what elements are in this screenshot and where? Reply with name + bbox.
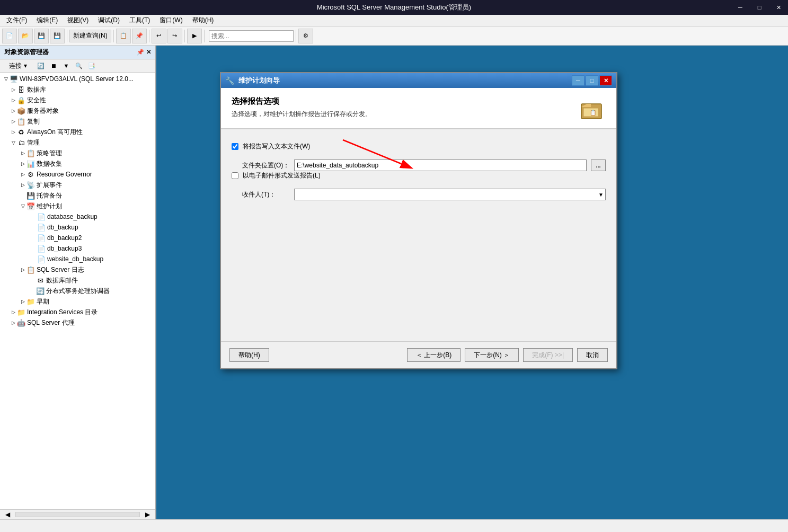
toolbar-copy-btn[interactable]: 📋 [116,29,131,43]
tree-mp-website-db[interactable]: 📄 website_db_backup [0,254,155,264]
tree-server-objects[interactable]: ▷ 📦 服务器对象 [0,105,155,116]
resource-gov-icon: ⚙ [26,170,35,179]
toolbar-new-btn[interactable]: 📄 [2,29,17,43]
tree-db-mail[interactable]: ✉ 数据库邮件 [0,275,155,286]
server-toggle-icon[interactable]: ▽ [2,75,10,83]
tree-integration[interactable]: ▷ 📁 Integration Services 目录 [0,307,155,317]
tree-maintenance-plans[interactable]: ▽ 📅 维护计划 [0,201,155,211]
toolbar-paste-btn[interactable]: 📌 [132,29,147,43]
toolbar-undo-btn[interactable]: ↩ [152,29,166,43]
tree-mp-database-backup[interactable]: 📄 database_backup [0,211,155,222]
sql-log-toggle[interactable]: ▷ [19,266,26,273]
dialog-header-text: 选择报告选项 选择选项，对维护计划操作报告进行保存或分发。 [232,96,371,119]
oe-close-icon[interactable]: ✕ [146,49,151,56]
tree-managed-backup[interactable]: 💾 托管备份 [0,190,155,201]
oe-title: 对象资源管理器 [4,48,49,57]
recipient-row: 收件人(T)： ▼ [242,189,606,200]
dialog-minimize-btn[interactable]: ─ [572,75,585,86]
next-button[interactable]: 下一步(N) ＞ [465,348,519,362]
server-objects-toggle[interactable]: ▷ [10,107,17,114]
maint-plans-toggle[interactable]: ▽ [19,202,26,210]
close-button[interactable]: ✕ [769,0,788,15]
legacy-icon: 📁 [26,297,35,306]
replication-toggle[interactable]: ▷ [10,118,17,125]
sql-agent-toggle[interactable]: ▷ [10,319,17,326]
tree-databases[interactable]: ▷ 🗄 数据库 [0,84,155,95]
tree-resource-governor[interactable]: ▷ ⚙ Resource Governor [0,169,155,180]
recipient-select[interactable] [294,189,606,200]
new-query-button[interactable]: 新建查询(N) [69,30,111,42]
prev-button[interactable]: ＜ 上一步(B) [407,348,461,362]
menu-tools[interactable]: 工具(T) [125,15,154,26]
ext-events-toggle[interactable]: ▷ [19,181,26,189]
datacollect-toggle[interactable]: ▷ [19,160,26,167]
send-email-label[interactable]: 以电子邮件形式发送报告(L) [243,171,321,180]
menu-view[interactable]: 视图(V) [63,15,93,26]
sql-agent-icon: 🤖 [17,318,25,327]
menu-file[interactable]: 文件(F) [2,15,31,26]
tree-server-node[interactable]: ▽ 🖥️ WIN-83FVDG3ALVL (SQL Server 12.0... [0,74,155,84]
toolbar-save-btn[interactable]: 💾 [34,29,49,43]
toolbar-search-input[interactable] [209,30,294,42]
dialog-close-btn[interactable]: ✕ [599,75,612,86]
write-to-file-checkbox[interactable] [232,143,238,150]
oe-collapse-btn[interactable]: 📑 [86,60,98,71]
security-icon: 🔒 [17,96,25,104]
mp-db-toggle [30,224,37,231]
tree-mp-db-backup[interactable]: 📄 db_backup [0,222,155,233]
security-toggle[interactable]: ▷ [10,96,17,104]
scroll-right-btn[interactable]: ▶ [141,511,154,518]
menu-help[interactable]: 帮助(H) [188,15,218,26]
browse-button[interactable]: ... [591,159,606,171]
main-layout: 对象资源管理器 📌 ✕ 连接 ▾ 🔄 ⏹ ▼ 🔍 📑 ▽ 🖥️ WIN-83FV… [0,46,788,519]
tree-datacollect[interactable]: ▷ 📊 数据收集 [0,158,155,169]
integration-toggle[interactable]: ▷ [10,308,17,316]
databases-toggle[interactable]: ▷ [10,86,17,93]
toolbar-saveall-btn[interactable]: 💾 [50,29,65,43]
management-toggle[interactable]: ▽ [10,139,17,146]
tree-extended-events[interactable]: ▷ 📡 扩展事件 [0,180,155,190]
write-to-file-label[interactable]: 将报告写入文本文件(W) [243,142,310,151]
tree-security[interactable]: ▷ 🔒 安全性 [0,95,155,105]
tree-mp-db-backup2[interactable]: 📄 db_backup2 [0,233,155,243]
tree-sql-log[interactable]: ▷ 📋 SQL Server 日志 [0,264,155,275]
dialog-maximize-btn[interactable]: □ [586,75,598,86]
managed-backup-toggle[interactable] [19,192,26,199]
toolbar-open-btn[interactable]: 📂 [18,29,33,43]
oe-connect-btn[interactable]: 连接 ▾ [2,60,34,71]
oe-header: 对象资源管理器 📌 ✕ [0,46,155,59]
send-email-checkbox[interactable] [232,172,238,179]
toolbar-settings-btn[interactable]: ⚙ [298,29,313,43]
menu-edit[interactable]: 编辑(E) [32,15,62,26]
help-button[interactable]: 帮助(H) [229,348,269,362]
oe-search-btn[interactable]: 🔍 [73,60,85,71]
menu-window[interactable]: 窗口(W) [155,15,187,26]
minimize-button[interactable]: ─ [731,0,750,15]
managed-backup-label: 托管备份 [37,191,62,200]
tree-dist-trans[interactable]: 🔄 分布式事务处理协调器 [0,286,155,296]
oe-refresh-btn[interactable]: 🔄 [35,60,47,71]
policy-toggle[interactable]: ▷ [19,149,26,157]
scroll-left-btn[interactable]: ◀ [1,511,14,518]
oe-stop-btn[interactable]: ⏹ [48,60,59,71]
finish-button[interactable]: 完成(F) >>| [523,348,573,362]
tree-sql-agent[interactable]: ▷ 🤖 SQL Server 代理 [0,317,155,328]
content-area: 🔧 维护计划向导 ─ □ ✕ 选择报告选项 选择选项，对维护计划操作报告进行保存… [156,46,788,519]
tree-management[interactable]: ▽ 🗂 管理 [0,137,155,148]
maximize-button[interactable]: □ [750,0,769,15]
toolbar-run-btn[interactable]: ▶ [187,29,202,43]
tree-replication[interactable]: ▷ 📋 复制 [0,116,155,127]
cancel-button[interactable]: 取消 [577,348,608,362]
tree-mp-db-backup3[interactable]: 📄 db_backup3 [0,243,155,254]
toolbar-redo-btn[interactable]: ↪ [167,29,182,43]
tree-policy[interactable]: ▷ 📋 策略管理 [0,148,155,158]
server-label: WIN-83FVDG3ALVL (SQL Server 12.0... [20,75,134,83]
tree-legacy[interactable]: ▷ 📁 早期 [0,296,155,307]
alwayson-toggle[interactable]: ▷ [10,128,17,136]
menu-debug[interactable]: 调试(D) [94,15,124,26]
tree-alwayson[interactable]: ▷ ♻ AlwaysOn 高可用性 [0,127,155,137]
resource-gov-toggle[interactable]: ▷ [19,171,26,178]
legacy-toggle[interactable]: ▷ [19,298,26,305]
folder-location-input[interactable] [294,159,587,171]
oe-filter-btn[interactable]: ▼ [60,60,72,71]
